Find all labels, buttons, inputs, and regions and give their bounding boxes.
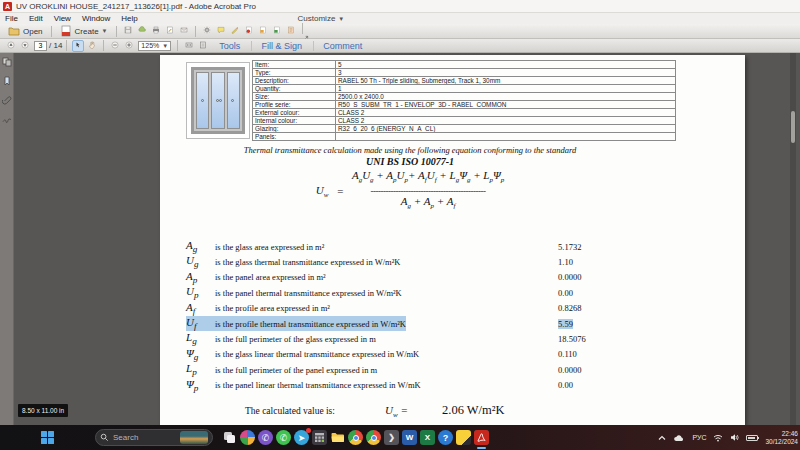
calculator-button[interactable]: [312, 430, 327, 445]
taskbar: Search ✆ ✆ ➤ ❯: [0, 425, 800, 450]
calculation-caption: Thermal transmittance calculation made u…: [160, 145, 660, 155]
wifi-icon[interactable]: [713, 434, 723, 442]
title-bar: A UV OROKLINI HOUSE_241217_113626[1].pdf…: [0, 0, 800, 13]
pdf-page[interactable]: Item:5Type:3Description:RABEL 50 Th - Tr…: [160, 55, 745, 425]
export-sheet-icon[interactable]: [271, 25, 283, 37]
export-pdf-icon[interactable]: [243, 25, 255, 37]
spec-table-body: Item:5Type:3Description:RABEL 50 Th - Tr…: [253, 61, 676, 141]
viber-button[interactable]: ✆: [258, 430, 273, 445]
export-file-icon[interactable]: [257, 25, 269, 37]
windows-logo-icon: [40, 430, 55, 445]
email-icon[interactable]: [178, 25, 190, 37]
excel-button[interactable]: X: [420, 430, 435, 445]
menu-view[interactable]: View: [54, 14, 71, 23]
vertical-scrollbar[interactable]: [790, 53, 796, 425]
tab-tools[interactable]: Tools: [210, 41, 249, 51]
sign-page-icon[interactable]: [164, 25, 176, 37]
next-page-icon[interactable]: [19, 40, 31, 52]
page-thumbnails-icon[interactable]: [2, 57, 12, 67]
sticky-notes-button[interactable]: [456, 430, 471, 445]
page-number-input[interactable]: [34, 41, 47, 51]
language-indicator[interactable]: РУС: [692, 434, 706, 441]
page-size-tooltip: 8.50 x 11.00 in: [18, 404, 68, 417]
viber-icon: ✆: [258, 430, 273, 445]
acrobat-app-icon: A: [3, 2, 12, 11]
clock[interactable]: 22:46 30/12/2024: [765, 430, 798, 446]
separator: [116, 26, 117, 37]
create-label: Create: [75, 27, 99, 36]
start-button[interactable]: [40, 430, 55, 445]
zoom-out-icon[interactable]: [109, 40, 121, 52]
help-button[interactable]: ?: [438, 430, 453, 445]
variable-row: Ugis the glass thermal transmittance exp…: [186, 254, 716, 269]
task-view-icon: [222, 430, 237, 445]
open-folder-icon: [8, 25, 20, 37]
cursor-app-button[interactable]: ❯: [384, 430, 399, 445]
select-tool-icon[interactable]: [72, 40, 84, 52]
glass-pane: [227, 72, 240, 129]
active-window-indicator: [477, 447, 486, 449]
whatsapp-button[interactable]: ✆: [276, 430, 291, 445]
variable-row: Ufis the profile thermal transmittance e…: [186, 316, 716, 331]
variable-row: Ψgis the glass linear thermal transmitta…: [186, 347, 716, 362]
variable-row: Agis the glass area expressed in m²5.173…: [186, 239, 716, 254]
save-icon[interactable]: [122, 25, 134, 37]
attach-doc-icon[interactable]: [285, 25, 297, 37]
result-label: The calculated value is:: [245, 406, 335, 416]
spec-row: Size:2500.0 x 2400.0: [253, 93, 676, 101]
tab-comment[interactable]: Comment: [313, 41, 371, 51]
telegram-button[interactable]: ➤: [294, 430, 309, 445]
cloud-upload-icon[interactable]: [136, 25, 148, 37]
create-icon: [60, 25, 72, 37]
fit-page-icon[interactable]: [197, 40, 209, 52]
menu-help[interactable]: Help: [121, 14, 137, 23]
attachments-icon[interactable]: [2, 95, 12, 105]
comment-bubble-icon[interactable]: [215, 25, 227, 37]
previous-page-icon[interactable]: [5, 40, 17, 52]
signatures-icon[interactable]: [2, 114, 12, 124]
separator: [302, 23, 303, 34]
menu-file[interactable]: File: [5, 14, 18, 23]
task-view-button[interactable]: [222, 430, 237, 445]
variable-row: Ψpis the panel linear thermal transmitta…: [186, 378, 716, 393]
variable-row: Apis the panel area expressed in m²0.000…: [186, 270, 716, 285]
onedrive-cloud-icon[interactable]: [673, 434, 685, 442]
chrome-profile2-button[interactable]: [366, 430, 381, 445]
sticky-note-icon: [456, 430, 471, 445]
battery-icon[interactable]: [746, 435, 758, 441]
word-button[interactable]: W: [402, 430, 417, 445]
search-highlight-image: [180, 431, 208, 444]
open-button[interactable]: Open: [4, 24, 47, 38]
acrobat-taskbar-button[interactable]: [474, 430, 489, 445]
tray-date: 30/12/2024: [765, 438, 798, 445]
tab-fill-sign[interactable]: Fill & Sign: [251, 41, 311, 51]
spec-table: Item:5Type:3Description:RABEL 50 Th - Tr…: [252, 60, 676, 141]
chrome-icon: [366, 430, 381, 445]
fit-width-icon[interactable]: [183, 40, 195, 52]
separator: [195, 26, 196, 37]
create-button[interactable]: Create ▼: [56, 24, 112, 38]
search-input[interactable]: Search: [95, 429, 213, 446]
separator: [103, 40, 104, 51]
chrome-button[interactable]: [348, 430, 363, 445]
widgets-button[interactable]: [240, 430, 255, 445]
scrollbar-thumb[interactable]: [791, 111, 795, 143]
notification-badge: [306, 428, 311, 433]
cursor-arrow-icon: ❯: [384, 430, 399, 445]
volume-icon[interactable]: [730, 433, 739, 442]
zoom-level-select[interactable]: 125% ▼: [138, 41, 171, 51]
gear-icon[interactable]: [201, 25, 213, 37]
zoom-in-icon[interactable]: [123, 40, 135, 52]
menu-edit[interactable]: Edit: [29, 14, 43, 23]
spec-row: Profile serie:R50_S_SUBM_TR_1 - ENVELOP_…: [253, 101, 676, 109]
highlight-pen-icon[interactable]: [229, 25, 241, 37]
hand-tool-icon[interactable]: [86, 40, 98, 52]
page-total-label: / 14: [49, 41, 62, 50]
file-explorer-button[interactable]: [330, 430, 345, 445]
menu-window[interactable]: Window: [82, 14, 110, 23]
bookmarks-icon[interactable]: [2, 76, 12, 86]
open-label: Open: [23, 27, 43, 36]
print-icon[interactable]: [150, 25, 162, 37]
customize-button[interactable]: Customize ▼: [298, 14, 345, 23]
hidden-icons-chevron[interactable]: [658, 434, 666, 442]
